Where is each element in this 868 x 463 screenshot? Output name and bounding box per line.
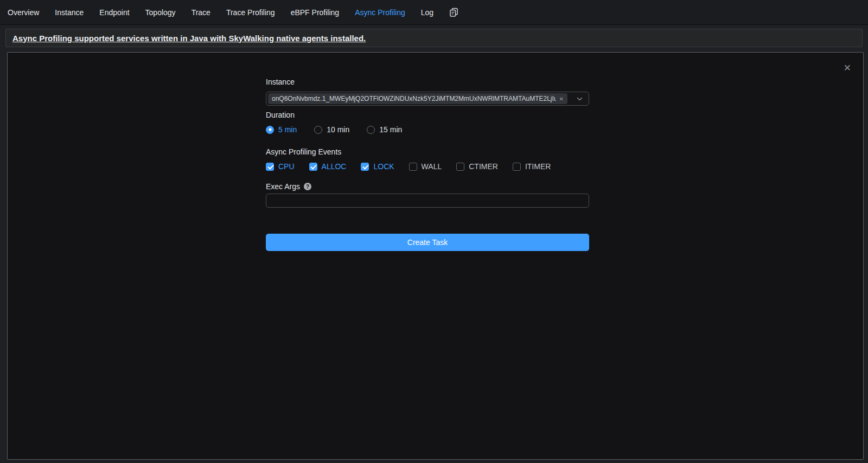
checkbox-wall[interactable]: WALL	[409, 162, 442, 171]
chevron-down-icon	[576, 95, 583, 102]
radio-5-min[interactable]: 5 min	[266, 125, 297, 134]
duration-radio-group: 5 min 10 min 15 min	[266, 125, 589, 134]
notice-banner: Async Profiling supported services writt…	[5, 29, 863, 47]
tab-trace[interactable]: Trace	[192, 8, 210, 17]
tab-overview[interactable]: Overview	[8, 8, 39, 17]
checkbox-label: CTIMER	[469, 162, 498, 171]
documents-icon[interactable]	[449, 8, 458, 17]
tab-log[interactable]: Log	[421, 8, 433, 17]
tab-async-profiling[interactable]: Async Profiling	[355, 8, 405, 17]
checkbox-lock[interactable]: LOCK	[361, 162, 394, 171]
checkbox-label: ALLOC	[322, 162, 347, 171]
tab-trace-profiling[interactable]: Trace Profiling	[226, 8, 275, 17]
instance-select[interactable]: onQ6OnNvbmdz.1_MWEyMjQ2OTFlOWZiNDUxNzk5Y…	[266, 92, 589, 106]
radio-icon	[367, 126, 375, 134]
async-profiling-task-form: Instance onQ6OnNvbmdz.1_MWEyMjQ2OTFlOWZi…	[266, 78, 589, 251]
checkbox-icon	[409, 163, 417, 171]
checkbox-icon	[361, 163, 369, 171]
radio-label: 15 min	[379, 125, 402, 134]
create-task-dialog: ✕ Instance onQ6OnNvbmdz.1_MWEyMjQ2OTFlOW…	[7, 52, 864, 460]
tab-bar: Overview Instance Endpoint Topology Trac…	[0, 0, 868, 25]
checkbox-icon	[456, 163, 464, 171]
close-icon[interactable]: ✕	[844, 63, 851, 73]
exec-args-label-row: Exec Args ?	[266, 182, 589, 191]
tab-instance[interactable]: Instance	[55, 8, 84, 17]
create-task-button[interactable]: Create Task	[266, 234, 589, 251]
checkbox-alloc[interactable]: ALLOC	[309, 162, 347, 171]
checkbox-icon	[266, 163, 274, 171]
radio-15-min[interactable]: 15 min	[367, 125, 402, 134]
checkbox-label: LOCK	[373, 162, 394, 171]
events-label: Async Profiling Events	[266, 147, 589, 156]
tab-endpoint[interactable]: Endpoint	[99, 8, 129, 17]
instance-label: Instance	[266, 78, 589, 86]
radio-icon	[266, 126, 274, 134]
checkbox-cpu[interactable]: CPU	[266, 162, 295, 171]
radio-label: 10 min	[327, 125, 349, 134]
instance-selected-tag: onQ6OnNvbmdz.1_MWEyMjQ2OTFlOWZiNDUxNzk5Y…	[268, 93, 567, 104]
events-checkbox-group: CPU ALLOC LOCK WALL CTIMER ITIMER	[266, 162, 589, 171]
radio-icon	[314, 126, 322, 134]
tab-ebpf-profiling[interactable]: eBPF Profiling	[291, 8, 339, 17]
checkbox-label: WALL	[422, 162, 442, 171]
tag-remove-icon[interactable]: ✕	[559, 96, 564, 102]
checkbox-icon	[309, 163, 317, 171]
checkbox-label: CPU	[278, 162, 295, 171]
exec-args-input[interactable]	[266, 194, 589, 208]
radio-label: 5 min	[278, 125, 297, 134]
instance-selected-value: onQ6OnNvbmdz.1_MWEyMjQ2OTFlOWZiNDUxNzk5Y…	[272, 95, 556, 102]
checkbox-icon	[513, 163, 521, 171]
radio-10-min[interactable]: 10 min	[314, 125, 349, 134]
checkbox-label: ITIMER	[525, 162, 551, 171]
checkbox-itimer[interactable]: ITIMER	[513, 162, 551, 171]
checkbox-ctimer[interactable]: CTIMER	[456, 162, 498, 171]
help-icon[interactable]: ?	[304, 183, 311, 190]
notice-banner-link[interactable]: Async Profiling supported services writt…	[12, 34, 366, 43]
duration-label: Duration	[266, 111, 589, 119]
exec-args-label: Exec Args	[266, 182, 300, 191]
tab-topology[interactable]: Topology	[145, 8, 176, 17]
